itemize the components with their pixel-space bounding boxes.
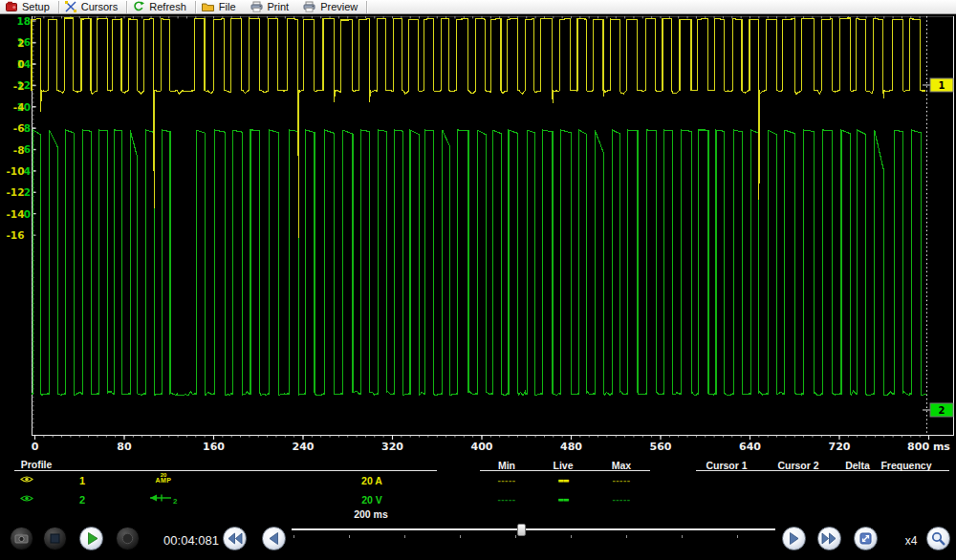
slider-handle[interactable] <box>517 524 526 536</box>
profile-divider <box>14 470 437 471</box>
svg-text:400: 400 <box>471 441 493 453</box>
record-button[interactable] <box>116 527 140 550</box>
setup-icon <box>6 1 17 12</box>
stop-icon <box>43 527 67 550</box>
measurement-panel: Profile Min Live Max Cursor 1 Cursor 2 D… <box>0 457 956 521</box>
svg-text:-6: -6 <box>13 122 25 134</box>
svg-text:-10: -10 <box>7 165 25 177</box>
toolbar-button-refresh[interactable]: Refresh <box>127 0 195 14</box>
column-header-max: Max <box>612 460 631 471</box>
svg-text:800 ms: 800 ms <box>907 441 950 453</box>
svg-text:-14: -14 <box>7 208 25 220</box>
visibility-eye-icon[interactable] <box>19 474 34 485</box>
svg-text:160: 160 <box>203 441 225 453</box>
svg-text:-16: -16 <box>7 229 25 241</box>
svg-text:80: 80 <box>117 441 132 453</box>
slider-tick <box>404 535 405 538</box>
svg-text:2: 2 <box>24 186 31 198</box>
play-button[interactable] <box>79 527 103 550</box>
toolbar: Setup Cursors Refresh File Print Preview <box>0 0 956 14</box>
svg-text:2: 2 <box>939 405 945 416</box>
playback-time: 00:04:081 <box>163 533 219 548</box>
column-header-min: Min <box>498 460 515 471</box>
amp-clamp-icon: 20 AMP <box>147 472 180 484</box>
channel-number: 2 <box>79 494 85 506</box>
slider-track[interactable] <box>292 528 775 530</box>
profile-header: Profile <box>21 459 53 470</box>
zoom-button[interactable] <box>926 527 950 550</box>
rewind-icon <box>223 527 247 550</box>
svg-text:0: 0 <box>24 208 31 220</box>
scale-value: 20 V <box>361 494 382 506</box>
playback-speed: x4 <box>897 534 925 548</box>
toolbar-button-file[interactable]: File <box>196 0 245 14</box>
voltage-probe-icon: 2 <box>147 492 180 505</box>
svg-text:240: 240 <box>293 441 315 453</box>
live-value: ▬▬ <box>557 496 568 504</box>
toolbar-button-setup[interactable]: Setup <box>0 0 58 14</box>
toolbar-label: Refresh <box>149 1 186 12</box>
print-icon <box>250 1 263 12</box>
svg-text:720: 720 <box>829 441 851 453</box>
expand-icon <box>854 527 878 550</box>
step-forward-button[interactable] <box>782 527 806 550</box>
column-header-live: Live <box>553 460 573 471</box>
min-value: ----- <box>497 475 515 485</box>
rewind-button[interactable] <box>223 527 247 550</box>
svg-text:640: 640 <box>739 441 761 453</box>
camera-icon <box>10 527 33 550</box>
column-header-cursor1: Cursor 1 <box>706 460 747 471</box>
camera-button[interactable] <box>10 527 33 550</box>
toolbar-button-preview[interactable]: Preview <box>297 0 366 14</box>
timebase-value: 200 ms <box>354 508 388 520</box>
fast-forward-icon <box>817 527 841 550</box>
play-icon <box>79 527 103 550</box>
step-forward-icon <box>782 527 806 550</box>
preview-icon <box>303 1 315 12</box>
slider-tick <box>737 535 738 538</box>
svg-text:-2: -2 <box>13 80 25 92</box>
step-back-button[interactable] <box>262 527 286 550</box>
channel-number: 1 <box>79 475 85 486</box>
cursors-icon <box>65 1 76 12</box>
fast-forward-button[interactable] <box>817 527 841 550</box>
svg-text:-4: -4 <box>13 101 25 113</box>
column-header-cursor2: Cursor 2 <box>777 460 818 471</box>
max-value: ----- <box>612 475 630 485</box>
toolbar-filler <box>367 0 956 14</box>
slider-tick <box>293 535 294 538</box>
toolbar-label: Preview <box>320 1 358 12</box>
toolbar-label: Setup <box>22 1 50 12</box>
slider-tick <box>571 535 572 538</box>
toolbar-label: File <box>219 1 236 12</box>
expand-button[interactable] <box>854 527 878 550</box>
position-slider[interactable] <box>292 524 775 541</box>
probe-subscript: 2 <box>173 497 178 505</box>
toolbar-button-cursors[interactable]: Cursors <box>59 0 127 14</box>
svg-text:-8: -8 <box>13 144 25 156</box>
toolbar-label: Cursors <box>81 1 119 12</box>
visibility-eye-icon[interactable] <box>19 493 34 504</box>
scope-plot[interactable]: 080160240320400480560640720800 ms1816141… <box>0 14 956 457</box>
magnifier-icon <box>926 527 950 550</box>
svg-text:4: 4 <box>24 165 31 177</box>
slider-tick <box>515 535 516 538</box>
file-icon <box>202 2 214 12</box>
transport-bar: 00:04:081 x4 <box>0 521 956 560</box>
column-header-frequency: Frequency <box>880 460 931 471</box>
slider-tick <box>460 535 461 538</box>
probe-label-bottom: AMP <box>147 478 180 484</box>
refresh-icon <box>133 1 144 12</box>
toolbar-button-print[interactable]: Print <box>245 0 298 14</box>
live-value: ▬▬ <box>557 477 568 485</box>
svg-text:-12: -12 <box>7 186 25 198</box>
toolbar-label: Print <box>268 1 290 12</box>
record-icon <box>116 527 140 550</box>
svg-text:2: 2 <box>17 37 24 49</box>
step-back-icon <box>262 527 286 550</box>
svg-text:8: 8 <box>24 122 31 134</box>
slider-tick <box>349 535 350 538</box>
svg-text:0: 0 <box>32 441 39 453</box>
stop-button[interactable] <box>43 527 67 550</box>
svg-text:320: 320 <box>381 441 403 453</box>
